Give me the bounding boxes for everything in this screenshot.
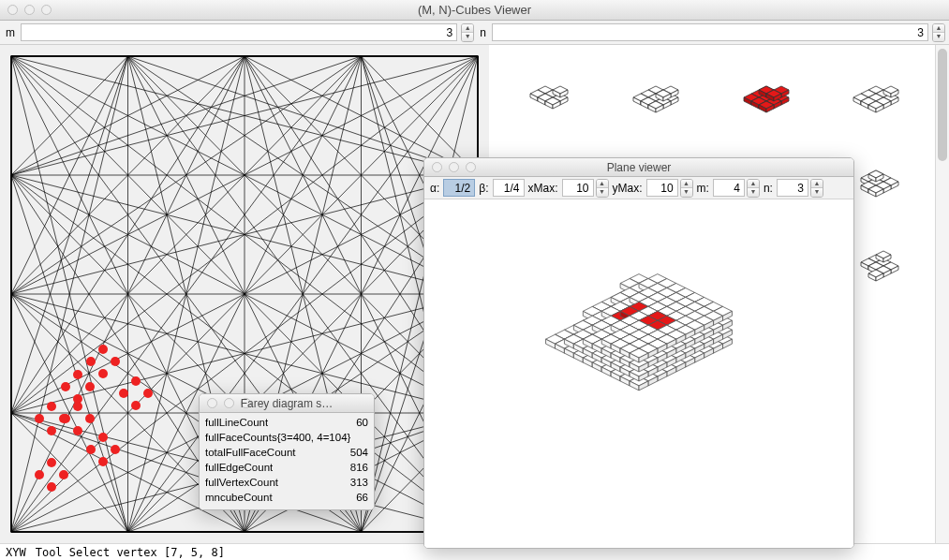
plane-n-input[interactable] — [777, 179, 808, 197]
traffic-lights — [0, 5, 52, 15]
svg-point-126 — [73, 370, 82, 379]
xmax-input[interactable] — [562, 179, 594, 197]
svg-line-114 — [11, 175, 128, 532]
svg-point-143 — [59, 470, 68, 479]
plane-m-stepper[interactable]: ▲▼ — [747, 179, 760, 198]
minimize-icon[interactable] — [449, 162, 459, 172]
svg-point-140 — [98, 457, 108, 466]
minimize-icon[interactable] — [224, 398, 234, 408]
svg-point-145 — [119, 389, 128, 398]
svg-point-125 — [61, 382, 70, 391]
svg-point-144 — [47, 482, 56, 492]
cube-thumb[interactable] — [729, 73, 804, 129]
cube-thumb[interactable] — [838, 73, 913, 129]
stats-row: mncubeCount66 — [205, 490, 368, 505]
ymax-stepper[interactable]: ▲▼ — [680, 179, 693, 198]
svg-point-123 — [111, 357, 120, 366]
n-input[interactable] — [492, 23, 928, 41]
main-titlebar: (M, N)-Cubes Viewer — [0, 0, 949, 21]
ymax-input[interactable] — [646, 179, 678, 197]
n-stepper[interactable]: ▲▼ — [932, 23, 945, 42]
plane-n-label: n: — [762, 182, 775, 195]
svg-point-139 — [111, 445, 120, 454]
plane-viewer-panel[interactable]: Plane viewer α: β: xMax: ▲▼ yMax: ▲▼ m: … — [423, 157, 854, 549]
svg-point-132 — [73, 426, 82, 435]
chevron-down-icon: ▼ — [933, 33, 944, 41]
svg-point-135 — [59, 414, 68, 423]
plane-titlebar[interactable]: Plane viewer — [424, 158, 853, 177]
svg-point-130 — [73, 402, 82, 411]
plane-toolbar: α: β: xMax: ▲▼ yMax: ▲▼ m: ▲▼ n: ▲▼ — [424, 177, 853, 199]
plane-n-stepper[interactable]: ▲▼ — [810, 179, 823, 198]
stats-titlebar[interactable]: Farey diagram s… — [200, 394, 374, 413]
m-input[interactable] — [21, 23, 457, 41]
main-toolbar: m ▲▼ n ▲▼ — [0, 21, 949, 45]
minimize-icon[interactable] — [24, 5, 35, 15]
stats-row: fullLineCount60 — [205, 415, 368, 430]
ymax-label: yMax: — [611, 182, 645, 195]
scroll-thumb[interactable] — [938, 49, 947, 161]
zoom-icon[interactable] — [241, 398, 251, 408]
alpha-input[interactable] — [443, 179, 475, 197]
svg-point-133 — [35, 414, 44, 423]
svg-point-138 — [98, 433, 108, 442]
beta-input[interactable] — [493, 179, 525, 197]
vertical-scrollbar[interactable] — [935, 45, 949, 543]
stats-body: fullLineCount60fullFaceCounts{3=400, 4=1… — [200, 413, 374, 509]
svg-point-134 — [47, 402, 56, 411]
plane-m-label: m: — [695, 182, 711, 195]
svg-point-148 — [131, 401, 141, 410]
cube-thumb[interactable] — [618, 73, 693, 129]
chevron-up-icon: ▲ — [933, 24, 944, 34]
stats-row: fullEdgeCount816 — [205, 460, 368, 475]
chevron-up-icon: ▲ — [462, 24, 473, 34]
n-label: n — [478, 26, 488, 39]
xmax-stepper[interactable]: ▲▼ — [596, 179, 609, 198]
stats-row: fullVertexCount313 — [205, 475, 368, 490]
zoom-icon[interactable] — [466, 162, 476, 172]
svg-point-142 — [47, 458, 56, 467]
plane-canvas[interactable] — [424, 199, 853, 548]
svg-point-124 — [98, 369, 108, 378]
svg-point-147 — [143, 389, 153, 398]
zoom-icon[interactable] — [41, 5, 52, 15]
svg-point-121 — [86, 357, 96, 366]
stats-row: fullFaceCounts{3=400, 4=104} — [205, 430, 368, 445]
svg-point-146 — [131, 376, 141, 386]
close-icon[interactable] — [207, 398, 217, 408]
alpha-label: α: — [428, 182, 441, 195]
status-mode: XYW — [6, 546, 26, 559]
m-label: m — [4, 26, 17, 39]
svg-line-54 — [11, 56, 362, 175]
farey-stats-panel[interactable]: Farey diagram s… fullLineCount60fullFace… — [199, 393, 375, 510]
beta-label: β: — [477, 182, 490, 195]
svg-point-131 — [85, 414, 95, 423]
plane-title: Plane viewer — [424, 161, 853, 174]
svg-point-141 — [35, 470, 44, 479]
stats-row: totalFullFaceCount504 — [205, 445, 368, 460]
main-window-title: (M, N)-Cubes Viewer — [0, 3, 949, 17]
svg-point-127 — [85, 382, 95, 391]
close-icon[interactable] — [432, 162, 442, 172]
svg-point-136 — [47, 426, 56, 435]
status-tool: Tool Select vertex [7, 5, 8] — [36, 546, 225, 559]
svg-point-137 — [86, 445, 96, 454]
chevron-down-icon: ▼ — [462, 33, 473, 41]
m-stepper[interactable]: ▲▼ — [461, 23, 474, 42]
close-icon[interactable] — [7, 5, 18, 15]
svg-point-122 — [98, 345, 108, 354]
xmax-label: xMax: — [526, 182, 560, 195]
cube-thumb[interactable] — [508, 73, 583, 129]
plane-m-input[interactable] — [713, 179, 745, 197]
